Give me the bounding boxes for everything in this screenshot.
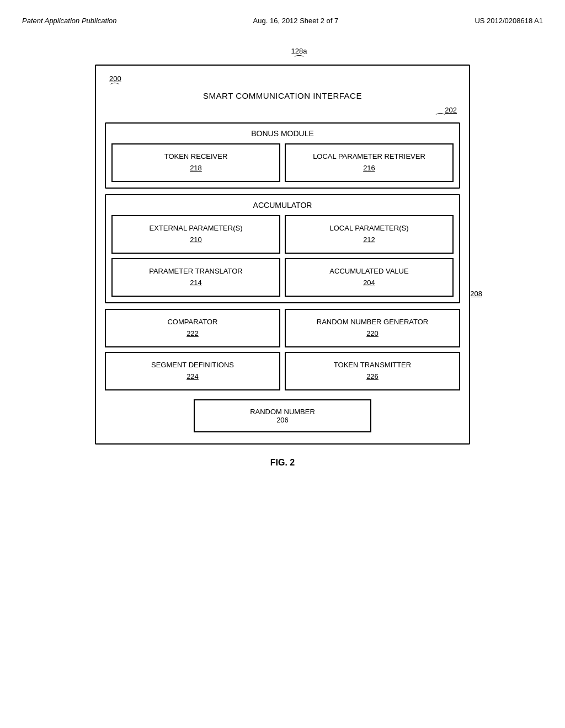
token-receiver-block: TOKEN RECEIVER 218: [111, 143, 280, 182]
bonus-ref: 202: [445, 106, 457, 114]
external-params-label: EXTERNAL PARAMETER(S): [149, 224, 242, 233]
bonus-ref-container: 202: [105, 106, 460, 114]
accumulator-title: ACCUMULATOR: [111, 201, 454, 210]
header-left: Patent Application Publication: [22, 17, 117, 25]
sci-ref-row: 200: [105, 74, 460, 83]
bonus-module-box: BONUS MODULE TOKEN RECEIVER 218 LOCAL PA…: [105, 122, 460, 189]
header-bar: Patent Application Publication Aug. 16, …: [22, 11, 543, 36]
header-center: Aug. 16, 2012 Sheet 2 of 7: [253, 17, 339, 25]
param-translator-block: PARAMETER TRANSLATOR 214: [111, 258, 280, 297]
segment-def-num: 224: [186, 372, 199, 382]
sci-title: SMART COMMUNICATION INTERFACE: [105, 91, 460, 100]
outer-ref-curve: ⌒: [111, 57, 487, 63]
accumulated-value-block: ACCUMULATED VALUE 204: [285, 258, 454, 297]
random-number-gen-block: RANDOM NUMBER GENERATOR 220: [285, 309, 460, 347]
fig-label: FIG. 2: [22, 458, 543, 468]
token-transmitter-num: 226: [366, 372, 379, 382]
page: Patent Application Publication Aug. 16, …: [0, 0, 565, 728]
diagram-container: 128a ⌒ 200 ⌒ SMART COMMUNICATION INTERFA…: [95, 47, 470, 445]
local-param-retriever-label: LOCAL PARAMETER RETRIEVER: [313, 152, 425, 162]
external-params-num: 210: [190, 235, 202, 245]
outer-box: 200 ⌒ SMART COMMUNICATION INTERFACE 202 …: [95, 65, 470, 445]
bonus-grid: TOKEN RECEIVER 218 LOCAL PARAMETER RETRI…: [111, 143, 454, 182]
accumulator-grid: EXTERNAL PARAMETER(S) 210 LOCAL PARAMETE…: [111, 215, 454, 297]
param-translator-label: PARAMETER TRANSLATOR: [149, 267, 243, 276]
segment-row: SEGMENT DEFINITIONS 224 TOKEN TRANSMITTE…: [105, 352, 460, 390]
bonus-ref-curve: ⌒: [105, 115, 446, 121]
sci-ref-curve: ⌒: [109, 85, 460, 91]
accumulator-ref-text: 208: [470, 290, 482, 298]
comparator-block: COMPARATOR 222: [105, 309, 280, 347]
accumulated-value-num: 204: [363, 279, 375, 288]
local-param-retriever-block: LOCAL PARAMETER RETRIEVER 216: [285, 143, 454, 182]
random-number-label: RANDOM NUMBER: [250, 408, 315, 416]
random-number-block: RANDOM NUMBER 206: [194, 399, 371, 432]
bonus-title: BONUS MODULE: [111, 129, 454, 138]
local-params-block: LOCAL PARAMETER(S) 212: [285, 215, 454, 254]
accumulated-value-label: ACCUMULATED VALUE: [329, 267, 408, 276]
accumulator-box: ACCUMULATOR EXTERNAL PARAMETER(S) 210 LO…: [105, 194, 460, 303]
random-number-container: RANDOM NUMBER 206: [105, 395, 460, 432]
local-params-num: 212: [363, 235, 375, 245]
external-params-block: EXTERNAL PARAMETER(S) 210: [111, 215, 280, 254]
token-transmitter-label: TOKEN TRANSMITTER: [334, 361, 411, 370]
comparator-row: COMPARATOR 222 RANDOM NUMBER GENERATOR 2…: [105, 309, 460, 347]
random-number-num: 206: [276, 416, 289, 424]
segment-def-label: SEGMENT DEFINITIONS: [151, 361, 234, 370]
local-param-retriever-num: 216: [363, 164, 375, 173]
random-number-gen-label: RANDOM NUMBER GENERATOR: [317, 318, 428, 327]
header-right: US 2012/0208618 A1: [475, 17, 543, 25]
token-receiver-label: TOKEN RECEIVER: [164, 152, 228, 162]
local-params-label: LOCAL PARAMETER(S): [329, 224, 408, 233]
comparator-num: 222: [186, 329, 199, 339]
comparator-label: COMPARATOR: [167, 318, 217, 327]
token-receiver-num: 218: [190, 164, 202, 173]
accumulator-ref: 208: [470, 290, 482, 298]
segment-def-block: SEGMENT DEFINITIONS 224: [105, 352, 280, 390]
accumulator-wrapper: ACCUMULATOR EXTERNAL PARAMETER(S) 210 LO…: [105, 194, 460, 303]
param-translator-num: 214: [190, 279, 202, 288]
token-transmitter-block: TOKEN TRANSMITTER 226: [285, 352, 460, 390]
random-number-gen-num: 220: [366, 329, 379, 339]
